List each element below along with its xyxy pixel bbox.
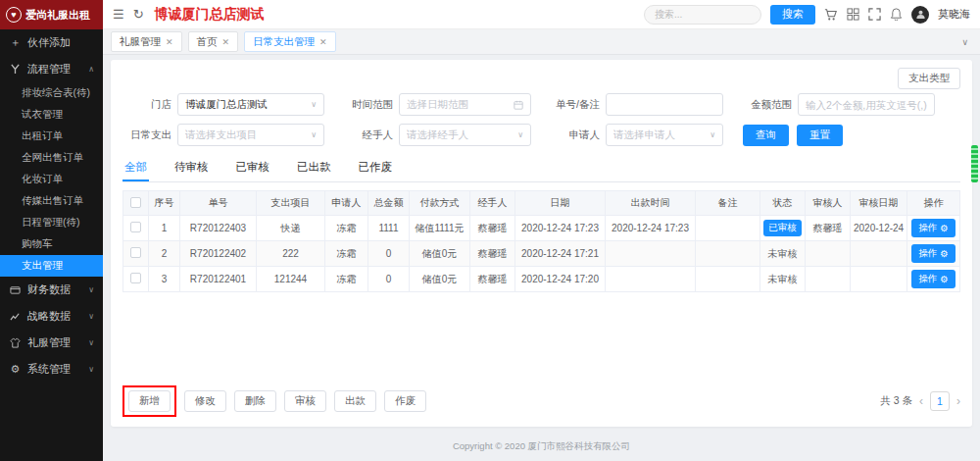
edit-button[interactable]: 修改 [184,390,226,412]
total-count: 共 3 条 [880,394,912,408]
order-remark-input[interactable] [606,93,723,116]
tabs-dropdown-icon[interactable]: ∨ [961,37,972,47]
tab-dress-management[interactable]: 礼服管理✕ [111,31,182,52]
tab-daily-expense-management[interactable]: 日常支出管理✕ [244,31,336,52]
chevron-down-icon: ∨ [311,130,317,139]
col-payout-time: 出款时间 [606,191,696,216]
status-badge: 已审核 [763,220,802,236]
status-tab-pending-audit[interactable]: 待审核 [172,154,211,181]
chevron-down-icon: ∨ [517,130,523,139]
sidebar-item-label: 礼服管理 [27,335,71,350]
refresh-icon[interactable]: ↻ [133,7,144,22]
status-tab-audited[interactable]: 已审核 [234,154,272,181]
filter-applicant: 申请人 请选择申请人 ∨ [551,124,723,146]
row-action-button[interactable]: 操作⚙ [911,270,956,288]
close-icon[interactable]: ✕ [222,37,230,47]
sidebar-item-finance-data[interactable]: 财务数据 ∨ [0,277,103,303]
sidebar-subitem-online-sale-orders[interactable]: 全网出售订单 [0,147,103,169]
bell-icon[interactable] [890,8,903,21]
global-search-button[interactable]: 搜索 [770,5,815,25]
annotation-highlight-box: 新增 [122,385,176,417]
fullscreen-icon[interactable] [868,8,881,21]
close-icon[interactable]: ✕ [319,37,327,47]
void-button[interactable]: 作废 [384,390,426,412]
filter-handler: 经手人 请选择经手人 ∨ [344,124,531,146]
status-text: 未审核 [760,267,806,292]
sidebar-subitem-makeup-orders[interactable]: 化妆订单 [0,169,103,190]
filter-amount-range: 金额范围 [743,93,935,116]
gear-icon: ⚙ [940,274,949,284]
row-checkbox[interactable] [130,273,141,283]
payout-button[interactable]: 出款 [334,390,376,412]
chevron-down-icon: ∨ [88,365,94,374]
chevron-down-icon: ∨ [311,100,317,109]
tab-home[interactable]: 首页✕ [188,31,239,52]
handler-label: 经手人 [344,128,393,142]
panel-toolbar: 支出类型 [122,68,960,89]
store-select[interactable]: 博诚厦门总店测试 ∨ [177,93,324,116]
sidebar-item-partner-add[interactable]: ＋ 伙伴添加 [0,29,103,56]
sidebar-subitem-media-sale-orders[interactable]: 传媒出售订单 [0,190,103,212]
batch-actions: 新增 修改 删除 审核 出款 作废 [122,385,426,417]
sidebar-item-label: 战略数据 [27,309,71,324]
global-search-input[interactable] [644,5,761,25]
sidebar-item-dress-management[interactable]: 礼服管理 ∨ [0,330,103,356]
close-icon[interactable]: ✕ [166,37,173,47]
chart-icon [9,311,22,322]
page-number[interactable]: 1 [930,391,950,411]
username[interactable]: 莫晓海 [938,7,970,22]
sidebar-subitem-fitting-management[interactable]: 试衣管理 [0,104,103,126]
applicant-select[interactable]: 请选择申请人 ∨ [606,124,723,146]
col-total-amount: 总金额 [368,191,410,216]
chevron-up-icon: ∧ [88,65,94,74]
filter-store: 门店 博诚厦门总店测试 ∨ [122,93,324,116]
sidebar-subitem-shopping-cart[interactable]: 购物车 [0,233,103,255]
query-button[interactable]: 查询 [743,125,789,146]
table-header-row: 序号 单号 支出项目 申请人 总金额 付款方式 经手人 日期 出款时间 备注 状… [123,191,960,216]
select-all-checkbox[interactable] [130,197,141,208]
flow-icon [9,64,22,75]
prev-page-icon[interactable]: ‹ [919,394,923,408]
date-range-input[interactable]: 选择日期范围 [399,93,531,116]
store-label: 门店 [122,98,172,112]
reset-button[interactable]: 重置 [797,125,843,146]
sidebar: ♥ 爱尚礼服出租 ＋ 伙伴添加 流程管理 ∧ 排妆综合表(待) 试衣管理 出租订… [0,0,103,461]
cart-icon[interactable] [824,8,838,22]
sidebar-subitem-schedule-management[interactable]: 日程管理(待) [0,212,103,233]
sidebar-item-process-management[interactable]: 流程管理 ∧ [0,56,103,82]
status-tab-all[interactable]: 全部 [122,154,149,181]
status-tab-voided[interactable]: 已作废 [357,154,395,181]
sidebar-subitem-expense-management[interactable]: 支出管理 [0,255,103,277]
row-action-button[interactable]: 操作⚙ [911,219,956,237]
scrollbar-marker[interactable] [971,145,978,182]
calendar-icon [514,100,523,110]
menu-collapse-icon[interactable]: ☰ [113,7,124,22]
filter-buttons: 查询 重置 [743,125,843,146]
add-button[interactable]: 新增 [128,390,171,412]
gear-icon: ⚙ [9,363,22,376]
store-title: 博诚厦门总店测试 [155,6,265,24]
sidebar-subitem-rental-orders[interactable]: 出租订单 [0,126,103,147]
row-checkbox[interactable] [130,222,141,232]
sidebar-subitem-styling-summary[interactable]: 排妆综合表(待) [0,82,103,104]
sidebar-item-label: 伙伴添加 [27,35,71,50]
sidebar-nav: ＋ 伙伴添加 流程管理 ∧ 排妆综合表(待) 试衣管理 出租订单 全网出售订单 … [0,29,103,383]
user-avatar[interactable] [911,6,929,24]
row-action-button[interactable]: 操作⚙ [911,244,956,263]
sidebar-item-strategy-data[interactable]: 战略数据 ∨ [0,303,103,330]
sidebar-item-system-management[interactable]: ⚙ 系统管理 ∨ [0,356,103,383]
delete-button[interactable]: 删除 [234,390,276,412]
page-tab-bar: 礼服管理✕ 首页✕ 日常支出管理✕ ∨ [103,29,980,55]
next-page-icon[interactable]: › [956,394,960,408]
status-tab-paid[interactable]: 已出款 [295,154,333,181]
audit-button[interactable]: 审核 [284,390,326,412]
row-checkbox[interactable] [130,247,141,258]
table-row: 1 R720122403 快递 冻霜 1111 储值1111元 蔡馨瑶 2020… [123,216,960,241]
apps-grid-icon[interactable] [847,8,859,21]
amount-range-input[interactable] [798,93,935,116]
expense-type-button[interactable]: 支出类型 [898,68,960,89]
copyright-footer: Copyright © 2020 厦门市熙谷科技有限公司 [103,432,980,461]
finance-icon [9,284,22,295]
handler-select[interactable]: 请选择经手人 ∨ [399,124,531,146]
expense-item-select[interactable]: 请选择支出项目 ∨ [177,124,324,146]
